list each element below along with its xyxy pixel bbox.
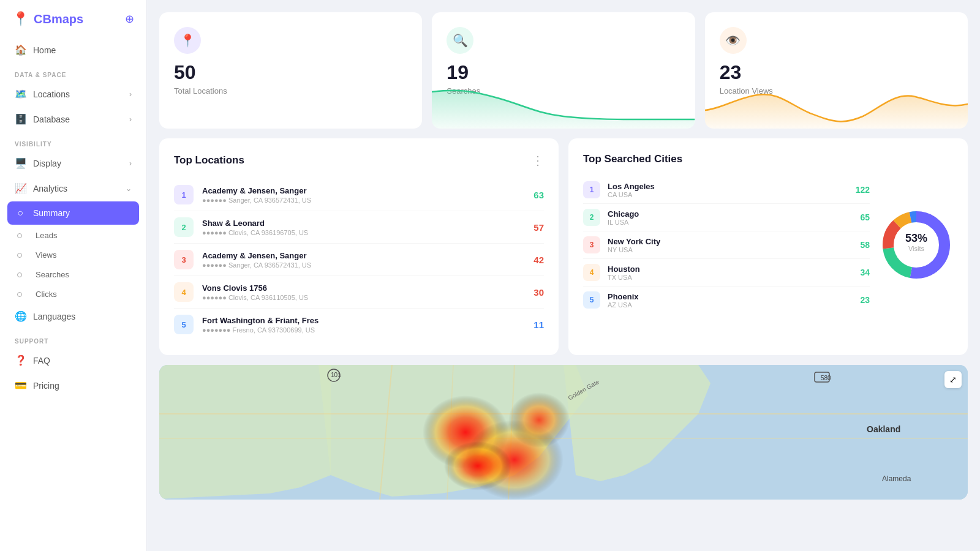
sidebar-label-leads: Leads bbox=[36, 231, 57, 240]
location-info: Vons Clovis 1756 ●●●●●● Clovis, CA 93611… bbox=[202, 283, 525, 301]
city-count: 65 bbox=[860, 212, 870, 222]
locations-icon: 🗺️ bbox=[15, 88, 26, 100]
svg-text:53%: 53% bbox=[905, 232, 927, 244]
analytics-arrow-icon: ⌄ bbox=[126, 184, 132, 193]
city-region: TX USA bbox=[608, 274, 853, 281]
sidebar-item-faq[interactable]: ❓ FAQ bbox=[7, 348, 139, 372]
section-label-support: SUPPORT bbox=[7, 329, 139, 348]
location-info: Academy & Jensen, Sanger ●●●●●● Sanger, … bbox=[202, 186, 525, 204]
top-locations-menu-button[interactable]: ⋮ bbox=[532, 153, 544, 168]
faq-icon: ❓ bbox=[15, 354, 26, 366]
database-arrow-icon: › bbox=[129, 115, 132, 124]
logo-area[interactable]: 📍 CBmaps ⊕ bbox=[0, 0, 146, 38]
location-row: 1 Academy & Jensen, Sanger ●●●●●● Sanger… bbox=[174, 179, 544, 211]
locations-stat-value: 50 bbox=[174, 61, 407, 84]
city-info: Chicago IL USA bbox=[608, 209, 853, 226]
summary-dot-icon: ○ bbox=[15, 208, 26, 219]
location-name: Academy & Jensen, Sanger bbox=[202, 186, 525, 195]
city-rank: 2 bbox=[583, 209, 600, 226]
location-info: Academy & Jensen, Sanger ●●●●●● Sanger, … bbox=[202, 251, 525, 269]
sidebar-item-display[interactable]: 🖥️ Display › bbox=[7, 151, 139, 175]
searches-dot-icon bbox=[17, 272, 22, 277]
city-region: CA USA bbox=[608, 191, 848, 198]
city-row: 5 Phoenix AZ USA 23 bbox=[583, 287, 870, 313]
location-row: 2 Shaw & Leonard ●●●●●● Clovis, CA 93619… bbox=[174, 211, 544, 244]
sidebar-item-locations[interactable]: 🗺️ Locations › bbox=[7, 82, 139, 106]
sidebar-item-searches[interactable]: Searches bbox=[7, 265, 139, 284]
city-rank: 3 bbox=[583, 236, 600, 253]
top-locations-title: Top Locations bbox=[174, 154, 244, 167]
heatmap-blob-3 bbox=[508, 392, 570, 448]
map-svg: Oakland Golden Gate 101 580 Alameda bbox=[159, 365, 968, 500]
location-rank: 3 bbox=[174, 250, 194, 269]
logo-pin-icon: 📍 bbox=[12, 11, 29, 27]
location-list: 1 Academy & Jensen, Sanger ●●●●●● Sanger… bbox=[174, 179, 544, 340]
location-address: ●●●●●● Clovis, CA 936196705, US bbox=[202, 229, 525, 236]
svg-text:Oakland: Oakland bbox=[867, 424, 900, 434]
city-row: 4 Houston TX USA 34 bbox=[583, 259, 870, 287]
city-count: 122 bbox=[856, 185, 870, 195]
home-icon: 🏠 bbox=[15, 44, 26, 56]
location-rank: 1 bbox=[174, 185, 194, 204]
main-content: 📍 50 Total Locations 🔍 19 Searches bbox=[147, 0, 980, 551]
sidebar-label-analytics: Analytics bbox=[33, 184, 67, 193]
views-dot-icon bbox=[17, 253, 22, 258]
sidebar-item-analytics[interactable]: 📈 Analytics ⌄ bbox=[7, 176, 139, 200]
views-stat-icon: 👁️ bbox=[725, 33, 741, 48]
stat-card-searches: 🔍 19 Searches bbox=[432, 12, 695, 129]
cities-content: 1 Los Angeles CA USA 122 2 Chicago IL US… bbox=[583, 176, 953, 313]
section-label-data: DATA & SPACE bbox=[7, 63, 139, 82]
sidebar-label-views: Views bbox=[36, 250, 56, 260]
city-rank: 4 bbox=[583, 264, 600, 281]
sidebar-item-pricing[interactable]: 💳 Pricing bbox=[7, 373, 139, 397]
stats-row: 📍 50 Total Locations 🔍 19 Searches bbox=[159, 12, 968, 129]
sidebar-item-clicks[interactable]: Clicks bbox=[7, 285, 139, 304]
sidebar-item-views[interactable]: Views bbox=[7, 246, 139, 264]
location-count: 11 bbox=[533, 320, 544, 330]
city-name: Chicago bbox=[608, 209, 853, 219]
views-stat-chart bbox=[705, 86, 968, 129]
svg-text:Alameda: Alameda bbox=[882, 474, 911, 483]
clicks-dot-icon bbox=[17, 292, 22, 297]
sidebar-item-leads[interactable]: Leads bbox=[7, 226, 139, 245]
sidebar-navigation: 🏠 Home DATA & SPACE 🗺️ Locations › 🗄️ Da… bbox=[0, 38, 146, 551]
top-cities-header: Top Searched Cities bbox=[583, 153, 953, 165]
city-region: NY USA bbox=[608, 246, 853, 253]
sidebar: 📍 CBmaps ⊕ 🏠 Home DATA & SPACE 🗺️ Locati… bbox=[0, 0, 147, 551]
logo-target-icon: ⊕ bbox=[125, 12, 134, 26]
views-stat-icon-wrap: 👁️ bbox=[720, 27, 747, 54]
section-label-visibility: VISIBILITY bbox=[7, 132, 139, 151]
location-count: 30 bbox=[533, 287, 544, 298]
locations-arrow-icon: › bbox=[129, 90, 132, 99]
sidebar-item-summary[interactable]: ○ Summary bbox=[7, 201, 139, 225]
sidebar-label-pricing: Pricing bbox=[33, 381, 59, 391]
top-cities-card: Top Searched Cities 1 Los Angeles CA USA… bbox=[568, 138, 968, 355]
location-info: Shaw & Leonard ●●●●●● Clovis, CA 9361967… bbox=[202, 219, 525, 236]
searches-stat-icon-wrap: 🔍 bbox=[447, 27, 473, 54]
location-rank: 5 bbox=[174, 315, 194, 334]
app-name: CBmaps bbox=[34, 12, 83, 26]
city-count: 23 bbox=[860, 295, 870, 305]
location-rank: 2 bbox=[174, 217, 194, 237]
bottom-row: Top Locations ⋮ 1 Academy & Jensen, Sang… bbox=[159, 138, 968, 355]
sidebar-label-clicks: Clicks bbox=[36, 290, 57, 299]
location-rank: 4 bbox=[174, 282, 194, 302]
location-name: Academy & Jensen, Sanger bbox=[202, 251, 525, 260]
city-name: New York City bbox=[608, 237, 853, 246]
city-info: Phoenix AZ USA bbox=[608, 292, 853, 309]
sidebar-label-display: Display bbox=[33, 159, 61, 168]
city-info: Los Angeles CA USA bbox=[608, 182, 848, 198]
map-background: Oakland Golden Gate 101 580 Alameda ⤢ bbox=[159, 365, 968, 500]
pricing-icon: 💳 bbox=[15, 380, 26, 391]
map-card: Oakland Golden Gate 101 580 Alameda ⤢ bbox=[159, 365, 968, 500]
location-address: ●●●●●●● Fresno, CA 937300699, US bbox=[202, 326, 525, 334]
sidebar-item-languages[interactable]: 🌐 Languages bbox=[7, 304, 139, 328]
location-name: Shaw & Leonard bbox=[202, 219, 525, 228]
map-expand-button[interactable]: ⤢ bbox=[944, 371, 962, 388]
sidebar-item-home[interactable]: 🏠 Home bbox=[7, 38, 139, 62]
sidebar-item-database[interactable]: 🗄️ Database › bbox=[7, 107, 139, 131]
top-locations-card: Top Locations ⋮ 1 Academy & Jensen, Sang… bbox=[159, 138, 559, 355]
leads-dot-icon bbox=[17, 233, 22, 238]
city-name: Los Angeles bbox=[608, 182, 848, 191]
city-count: 34 bbox=[860, 268, 870, 277]
